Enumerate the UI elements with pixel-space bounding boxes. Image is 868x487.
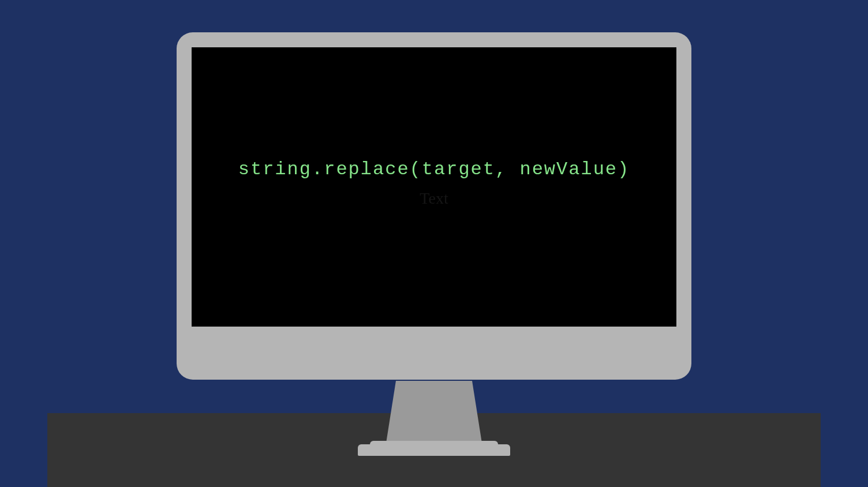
ghost-text-label: Text [420, 189, 448, 208]
monitor-base [358, 444, 510, 456]
monitor-stand [386, 381, 482, 447]
code-line: string.replace(target, newValue) [238, 159, 630, 180]
monitor-screen: string.replace(target, newValue) Text [192, 47, 676, 327]
monitor-body: string.replace(target, newValue) Text [177, 32, 691, 380]
